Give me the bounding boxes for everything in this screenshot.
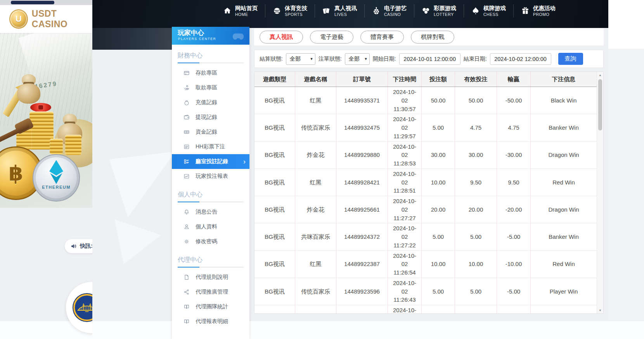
tab-棋牌對戰[interactable]: 棋牌對戰 — [411, 31, 454, 43]
sidebar-item[interactable]: HH彩票下注 — [172, 139, 249, 154]
nav-item-text: 电子游艺CASINO — [384, 5, 407, 17]
sidebar-item[interactable]: 代理團隊統計 — [172, 299, 249, 314]
sidebar-item-label: 充值記錄 — [196, 99, 217, 106]
table-cell: Red Win — [531, 169, 597, 196]
table-cell: Banker Win — [531, 114, 597, 141]
book-icon — [184, 304, 190, 310]
sidebar-item-label: 代理推廣管理 — [196, 289, 228, 296]
table-cell: 5.00 — [455, 278, 497, 305]
doc-icon — [184, 274, 190, 280]
sidebar-item-label: 修改密碼 — [196, 238, 217, 245]
sidebar-item[interactable]: 代理推廣管理 — [172, 285, 249, 299]
nav-item-lives[interactable]: 真人视讯LIVES — [315, 4, 365, 17]
start-date-label: 開始日期: — [373, 56, 396, 63]
bag-icon — [184, 99, 190, 106]
crypto-money-collage: KB 46279 ฿ ETHEREUM — [0, 33, 92, 208]
tab-真人視訊[interactable]: 真人視訊 — [260, 31, 303, 43]
cards-icon — [322, 7, 331, 15]
table-cell: 4.75 — [497, 114, 531, 141]
table-cell: 14489922387 — [336, 251, 388, 278]
sidebar-item[interactable]: 消息公告 — [172, 205, 249, 219]
sidebar-item[interactable]: 提現記錄 — [172, 110, 249, 125]
sidebar-item-label: 個人資料 — [196, 223, 217, 230]
sidebar-item[interactable]: 個人資料 — [172, 219, 249, 234]
table-cell: 14489928421 — [336, 169, 388, 196]
table-cell: 5.00 — [422, 278, 455, 305]
sidebar-item-label: 存款專區 — [196, 70, 217, 76]
nav-item-chess[interactable]: 棋牌游戏CHESS — [464, 4, 514, 17]
settle-status-value: 全部 — [290, 56, 301, 63]
table-cell: 30.00 — [455, 142, 497, 169]
bet-records-table-card: 遊戲類型遊戲名稱訂單號下注時間投注額有效投注輸贏下注信息BG视讯红黑144899… — [254, 71, 604, 314]
table-cell: 10.00 — [455, 305, 497, 314]
table-cell: 10.00 — [422, 169, 455, 196]
table-header-cell: 投注額 — [422, 72, 455, 87]
table-header-row: 遊戲類型遊戲名稱訂單號下注時間投注額有效投注輸贏下注信息 — [254, 72, 597, 87]
marquee-label: 快訊: — [80, 243, 92, 250]
nav-item-text: 彩票游戏LOTTERY — [434, 5, 456, 17]
ethereum-diamond-icon — [48, 160, 64, 184]
sidebar-item[interactable]: 充值記錄 — [172, 95, 249, 110]
start-date-input[interactable] — [399, 53, 460, 65]
sidebar-item[interactable]: 廳室投註記錄› — [172, 154, 249, 169]
table-cell: -10.00 — [497, 305, 531, 314]
table-cell: 2024-10-02 11:30:57 — [388, 87, 422, 114]
table-cell: 20.00 — [422, 196, 455, 223]
speaker-icon — [70, 243, 77, 250]
user-icon — [184, 224, 190, 230]
table-cell: 传统百家乐 — [295, 305, 336, 314]
table-cell: 2024-10-02 11:27:22 — [388, 223, 422, 250]
roulette-icon — [372, 7, 381, 15]
sidebar-item[interactable]: 資金記錄 — [172, 125, 249, 139]
table-header-cell: 有效投注 — [455, 72, 497, 87]
sidebar-item[interactable]: 取款專區 — [172, 80, 249, 95]
tab-電子遊藝[interactable]: 電子遊藝 — [310, 31, 353, 43]
table-cell: Dragon Win — [531, 196, 597, 223]
table-scrollbar[interactable]: ▲ ▼ — [597, 72, 603, 313]
scroll-down-icon[interactable]: ▼ — [597, 307, 603, 313]
logo-area[interactable]: U USDT CASINO — [0, 5, 92, 33]
order-status-select[interactable]: 全部 ▾ — [345, 53, 370, 65]
end-date-input[interactable] — [490, 53, 551, 65]
scrollbar-thumb[interactable] — [598, 79, 602, 130]
tab-體育賽事[interactable]: 體育賽事 — [360, 31, 404, 43]
sidebar-section: 個人中心消息公告個人資料修改密碼 — [172, 184, 249, 249]
search-button[interactable]: 查詢 — [558, 53, 583, 65]
table-cell: BG视讯 — [254, 223, 295, 250]
table-cell: -20.00 — [497, 196, 531, 223]
nav-item-sports[interactable]: 体育竞技SPORTS — [265, 4, 315, 17]
scroll-up-icon[interactable]: ▲ — [597, 72, 603, 78]
news-marquee[interactable]: 快訊: 真 — [65, 239, 92, 253]
ethereum-coin-graphic: ETHEREUM — [33, 154, 80, 202]
order-status-label: 注單狀態: — [319, 56, 342, 63]
table-row: BG视讯共咪百家乐144899243722024-10-02 11:27:225… — [254, 223, 597, 250]
top-navbar: 网站首页HOME体育竞技SPORTS真人视讯LIVES电子游艺CASINO彩票游… — [92, 0, 608, 28]
nav-item-home[interactable]: 网站首页HOME — [216, 4, 265, 17]
table-header-cell: 遊戲類型 — [254, 72, 295, 87]
bell-icon — [184, 209, 190, 215]
table-cell: BG视讯 — [254, 278, 295, 305]
table-cell: 4.75 — [455, 114, 497, 141]
sidebar-item[interactable]: 玩家投注報表 — [172, 169, 249, 184]
table-cell: 2024-10-02 11:27:27 — [388, 196, 422, 223]
nav-item-lottery[interactable]: 彩票游戏LOTTERY — [414, 4, 464, 17]
table-cell: BG视讯 — [254, 169, 295, 196]
player-center-sidebar: 玩家中心 PLAYERS CENTER 財務中心存款專區取款專區充值記錄提現記錄… — [172, 27, 249, 339]
nav-item-casino[interactable]: 电子游艺CASINO — [365, 4, 414, 17]
table-cell: 2024-10-02 11:26:43 — [388, 278, 422, 305]
sidebar-item[interactable]: 代理報表明細 — [172, 314, 249, 329]
watermark-triangle — [109, 151, 175, 217]
logo-coin-letter: U — [16, 15, 22, 23]
sidebar-item[interactable]: 存款專區 — [172, 66, 249, 80]
spade-icon — [471, 7, 480, 15]
settle-status-select[interactable]: 全部 ▾ — [286, 53, 315, 65]
nav-item-text: 网站首页HOME — [235, 5, 258, 17]
sidebar-item-label: HH彩票下注 — [196, 143, 225, 150]
gear-icon — [184, 238, 190, 245]
table-cell: BG视讯 — [254, 196, 295, 223]
sidebar-item-label: 代理規則說明 — [196, 274, 228, 281]
sidebar-item[interactable]: 修改密碼 — [172, 234, 249, 249]
sidebar-header: 玩家中心 PLAYERS CENTER — [172, 27, 249, 45]
nav-item-promo[interactable]: 优惠活动PROMO — [514, 4, 563, 17]
sidebar-item[interactable]: 代理規則說明 — [172, 270, 249, 285]
